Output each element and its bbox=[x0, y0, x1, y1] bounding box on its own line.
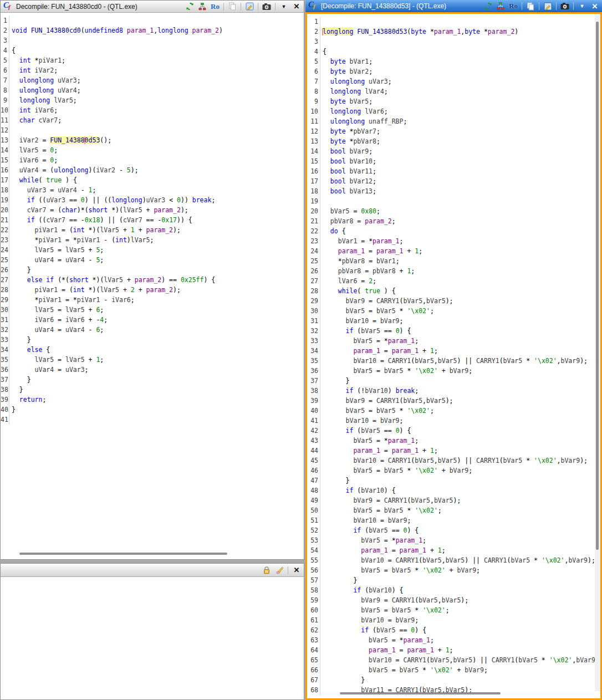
code-line[interactable]: 48 if (bVar10) { bbox=[307, 486, 595, 495]
code-line[interactable]: 44 param_1 = param_1 + 1; bbox=[307, 446, 595, 456]
code-line[interactable]: 40} bbox=[1, 405, 304, 415]
code-line[interactable]: 11 ulonglong unaff_RBP; bbox=[307, 116, 595, 126]
code-line[interactable]: 59 bVar9 = CARRY1(bVar5,bVar5); bbox=[307, 595, 595, 605]
code-line[interactable]: 12 bbox=[1, 125, 304, 135]
code-line[interactable]: 32 uVar4 = uVar4 - 6; bbox=[1, 325, 304, 335]
code-line[interactable]: 6 byte bVar2; bbox=[307, 67, 595, 76]
graph-icon[interactable] bbox=[496, 1, 506, 11]
code-line[interactable]: 13 iVar2 = FUN_143880d53(); bbox=[1, 135, 304, 145]
code-line[interactable]: 35 bVar10 = CARRY1(bVar5,bVar5) || CARRY… bbox=[307, 356, 595, 366]
right-vertical-scrollbar[interactable] bbox=[595, 14, 600, 691]
code-line[interactable]: 28 while( true ) { bbox=[307, 286, 595, 296]
left-titlebar[interactable]: Cf Decompile: FUN_143880cd0 - (QTL.exe) … bbox=[1, 1, 304, 13]
code-line[interactable]: 29 bVar9 = CARRY1(bVar5,bVar5); bbox=[307, 296, 595, 306]
code-line[interactable]: 10 int iVar6; bbox=[1, 105, 304, 115]
code-line[interactable]: 43 bVar5 = *param_1; bbox=[307, 436, 595, 446]
code-line[interactable]: 38 if (!bVar10) break; bbox=[307, 386, 595, 396]
code-line[interactable]: 67 } bbox=[307, 675, 595, 685]
code-line[interactable]: 4{ bbox=[1, 45, 304, 55]
code-line[interactable]: 8 longlong lVar4; bbox=[307, 86, 595, 96]
code-line[interactable]: 1 bbox=[1, 16, 304, 25]
code-line[interactable]: 37 } bbox=[1, 375, 304, 385]
code-line[interactable]: 37 } bbox=[307, 376, 595, 386]
code-line[interactable]: 35 lVar5 = lVar5 + 1; bbox=[1, 355, 304, 365]
scrollbar-thumb[interactable] bbox=[19, 553, 227, 555]
code-line[interactable]: 5 int *piVar1; bbox=[1, 55, 304, 65]
code-line[interactable]: 24 lVar5 = lVar5 + 5; bbox=[1, 245, 304, 255]
scrollbar-thumb[interactable] bbox=[596, 22, 599, 550]
code-line[interactable]: 16 uVar4 = (ulonglong)(iVar2 - 5); bbox=[1, 165, 304, 175]
code-line[interactable]: 61 bVar10 = bVar9; bbox=[307, 615, 595, 625]
code-line[interactable]: 20 cVar7 = (char)*(short *)(lVar5 + para… bbox=[1, 205, 304, 215]
code-line[interactable]: 23 *piVar1 = *piVar1 - (int)lVar5; bbox=[1, 235, 304, 245]
code-line[interactable]: 32 if (bVar5 == 0) { bbox=[307, 326, 595, 336]
right-horizontal-scrollbar[interactable] bbox=[324, 691, 591, 696]
code-line[interactable]: 3 bbox=[1, 35, 304, 45]
code-line[interactable]: 38 } bbox=[1, 385, 304, 395]
code-line[interactable]: 13 byte *pbVar8; bbox=[307, 136, 595, 146]
code-line[interactable]: 1 bbox=[307, 17, 595, 27]
right-decompiled-code[interactable]: 12longlong FUN_143880d53(byte *param_1,b… bbox=[307, 14, 595, 695]
code-line[interactable]: 27 else if (*(short *)(lVar5 + param_2) … bbox=[1, 275, 304, 285]
code-line[interactable]: 36 bVar5 = bVar5 * '\x02' + bVar9; bbox=[307, 366, 595, 376]
code-line[interactable]: 34 param_1 = param_1 + 1; bbox=[307, 346, 595, 356]
code-line[interactable]: 17 while( true ) { bbox=[1, 175, 304, 185]
left-code-area[interactable]: 12void FUN_143880cd0(undefined8 param_1,… bbox=[1, 13, 304, 559]
left-decompiled-code[interactable]: 12void FUN_143880cd0(undefined8 param_1,… bbox=[1, 13, 304, 425]
code-line[interactable]: 6 int iVar2; bbox=[1, 65, 304, 75]
code-line[interactable]: 53 bVar5 = *param_1; bbox=[307, 535, 595, 545]
code-line[interactable]: 14 lVar5 = 0; bbox=[1, 145, 304, 155]
code-line[interactable]: 10 longlong lVar6; bbox=[307, 106, 595, 116]
code-line[interactable]: 11 char cVar7; bbox=[1, 115, 304, 125]
code-line[interactable]: 31 bVar10 = bVar9; bbox=[307, 316, 595, 326]
code-line[interactable]: 46 bVar5 = bVar5 * '\x02' + bVar9; bbox=[307, 466, 595, 476]
console-body[interactable] bbox=[1, 577, 304, 699]
code-line[interactable]: 16 bool bVar11; bbox=[307, 166, 595, 176]
code-line[interactable]: 22 do { bbox=[307, 226, 595, 236]
code-line[interactable]: 24 param_1 = param_1 + 1; bbox=[307, 246, 595, 256]
code-line[interactable]: 33 } bbox=[1, 335, 304, 345]
code-line[interactable]: 3 bbox=[307, 37, 595, 47]
rename-button[interactable]: Ro bbox=[508, 1, 518, 11]
code-line[interactable]: 19 if ((uVar3 == 0) || ((longlong)uVar3 … bbox=[1, 195, 304, 205]
right-titlebar[interactable]: Cf [Decompile: FUN_143880d53] - (QTL.exe… bbox=[305, 0, 602, 12]
code-line[interactable]: 39 bVar9 = CARRY1(bVar5,bVar5); bbox=[307, 396, 595, 406]
graph-icon[interactable] bbox=[197, 2, 207, 12]
code-line[interactable]: 41 bbox=[1, 415, 304, 425]
code-line[interactable]: 65 bVar10 = CARRY1(bVar5,bVar5) || CARRY… bbox=[307, 655, 595, 665]
code-line[interactable]: 45 bVar10 = CARRY1(bVar5,bVar5) || CARRY… bbox=[307, 456, 595, 466]
code-line[interactable]: 25 uVar4 = uVar4 - 5; bbox=[1, 255, 304, 265]
code-line[interactable]: 50 bVar5 = bVar5 * '\x02'; bbox=[307, 505, 595, 515]
close-icon[interactable]: ✕ bbox=[292, 565, 302, 575]
code-line[interactable]: 25 *pbVar8 = bVar1; bbox=[307, 256, 595, 266]
refresh-icon[interactable] bbox=[185, 2, 195, 12]
code-line[interactable]: 5 byte bVar1; bbox=[307, 57, 595, 67]
code-line[interactable]: 28 piVar1 = (int *)(lVar5 + 2 + param_2)… bbox=[1, 285, 304, 295]
code-line[interactable]: 7 ulonglong uVar3; bbox=[307, 76, 595, 86]
code-line[interactable]: 26 pbVar8 = pbVar8 + 1; bbox=[307, 266, 595, 276]
code-line[interactable]: 33 bVar5 = *param_1; bbox=[307, 336, 595, 346]
code-line[interactable]: 9 longlong lVar5; bbox=[1, 95, 304, 105]
code-line[interactable]: 62 if (bVar5 == 0) { bbox=[307, 625, 595, 635]
code-line[interactable]: 36 uVar4 = uVar3; bbox=[1, 365, 304, 375]
code-line[interactable]: 30 lVar5 = lVar5 + 6; bbox=[1, 305, 304, 315]
code-line[interactable]: 12 byte *pbVar7; bbox=[307, 126, 595, 136]
code-line[interactable]: 22 piVar1 = (int *)(lVar5 + 1 + param_2)… bbox=[1, 225, 304, 235]
code-line[interactable]: 19 bbox=[307, 196, 595, 206]
snapshot-camera-icon[interactable] bbox=[560, 1, 570, 11]
scrollbar-thumb[interactable] bbox=[340, 692, 501, 694]
code-line[interactable]: 47 } bbox=[307, 476, 595, 486]
code-line[interactable]: 60 bVar5 = bVar5 * '\x02'; bbox=[307, 605, 595, 615]
code-line[interactable]: 15 iVar6 = 0; bbox=[1, 155, 304, 165]
code-line[interactable]: 64 param_1 = param_1 + 1; bbox=[307, 645, 595, 655]
code-line[interactable]: 14 bool bVar9; bbox=[307, 146, 595, 156]
code-line[interactable]: 63 bVar5 = *param_1; bbox=[307, 635, 595, 645]
code-line[interactable]: 39 return; bbox=[1, 395, 304, 405]
bottom-titlebar[interactable]: ✕ bbox=[1, 564, 304, 577]
code-line[interactable]: 17 bool bVar12; bbox=[307, 176, 595, 186]
code-line[interactable]: 56 bVar5 = bVar5 * '\x02' + bVar9; bbox=[307, 565, 595, 575]
code-line[interactable]: 23 bVar1 = *param_1; bbox=[307, 236, 595, 246]
edit-icon[interactable] bbox=[543, 1, 553, 11]
code-line[interactable]: 18 uVar3 = uVar4 - 1; bbox=[1, 185, 304, 195]
code-line[interactable]: 21 pbVar8 = param_2; bbox=[307, 216, 595, 226]
